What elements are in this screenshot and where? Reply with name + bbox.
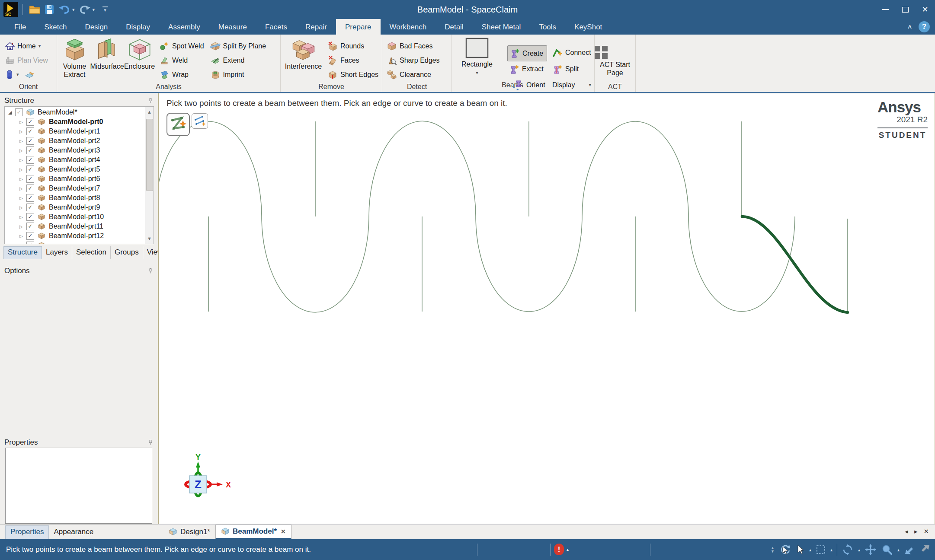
tree-item[interactable]: ▷ ✓ BeamModel-prt8 (5, 193, 145, 203)
close-button[interactable]: ✕ (915, 0, 935, 19)
box-select-dropdown-icon[interactable]: ▴ (830, 547, 833, 552)
visibility-checkbox[interactable]: ✓ (15, 108, 23, 116)
panel-tab[interactable]: Groups (111, 246, 143, 259)
document-tab[interactable]: Design1* ✕ (163, 525, 215, 539)
tree-item[interactable]: ▷ ✓ BeamModel-prt11 (5, 222, 145, 231)
extend-button[interactable]: Extend (210, 53, 266, 67)
minimize-button[interactable] (875, 0, 895, 19)
rotate-cursor-icon[interactable] (779, 544, 791, 556)
error-badge[interactable]: ! (554, 544, 564, 555)
ribbon-tab[interactable]: Tools (530, 19, 565, 35)
ribbon-tab[interactable]: Repair (296, 19, 336, 35)
error-dropdown-icon[interactable]: ▴ (567, 547, 569, 552)
tree-item[interactable]: ▷ ✓ BeamModel-prt0 (5, 117, 145, 127)
beam-chain-tool-button[interactable] (167, 113, 190, 136)
ribbon-tab[interactable]: KeyShot (565, 19, 611, 35)
expand-arrow-icon[interactable]: ▷ (19, 120, 26, 124)
zoom-dropdown-icon[interactable]: ▴ (897, 547, 900, 552)
beam-orient-button[interactable]: Orient (513, 78, 545, 92)
select-cursor-icon[interactable] (795, 544, 805, 555)
panel-tab[interactable]: Structure (3, 246, 42, 259)
maximize-button[interactable] (895, 0, 915, 19)
selected-beam-curve[interactable] (742, 216, 848, 312)
tree-item[interactable]: ▷ ✓ BeamModel-prt3 (5, 146, 145, 155)
weld-button[interactable]: Weld (159, 53, 204, 67)
enclosure-button[interactable]: Enclosure (123, 35, 156, 70)
ribbon-tab[interactable]: Sheet Metal (473, 19, 530, 35)
sharp-edges-button[interactable]: Sharp Edges (387, 53, 440, 67)
help-icon[interactable]: ? (919, 21, 930, 32)
beam-split-button[interactable]: Split (552, 62, 579, 76)
expand-arrow-icon[interactable]: ▷ (19, 205, 26, 210)
visibility-checkbox[interactable]: ✓ (26, 146, 34, 154)
volume-extract-button[interactable]: Volume Extract (58, 35, 91, 79)
visibility-checkbox[interactable]: ✓ (26, 156, 34, 164)
expand-arrow-icon[interactable]: ▷ (19, 129, 26, 134)
ribbon-tab[interactable]: File (5, 19, 35, 35)
beam-display-button[interactable]: Display ▾ (552, 78, 591, 92)
pin-icon[interactable] (147, 268, 154, 274)
document-tab[interactable]: BeamModel* ✕ (215, 525, 291, 539)
imprint-button[interactable]: Imprint (210, 67, 266, 82)
tree-item[interactable]: ▷ ✓ BeamModel-prt12 (5, 231, 145, 241)
beam-radius-lines[interactable] (208, 121, 848, 312)
ribbon-tab[interactable]: Display (117, 19, 159, 35)
midsurface-button[interactable]: Midsurface (91, 35, 123, 70)
ribbon-tab[interactable]: Sketch (35, 19, 76, 35)
display-dropdown-icon[interactable]: ▾ (589, 82, 591, 88)
tree-item-clipped[interactable]: ▷ ✓ (5, 241, 145, 244)
tree-item[interactable]: ▷ ✓ BeamModel-prt9 (5, 203, 145, 212)
spot-weld-button[interactable]: Spot Weld (159, 39, 204, 53)
panel-tab[interactable]: Layers (42, 246, 72, 259)
zoom-view-icon[interactable] (881, 544, 893, 556)
act-start-page-button[interactable]: ACT Start Page (595, 46, 635, 77)
visibility-checkbox[interactable]: ✓ (26, 175, 34, 183)
visibility-checkbox[interactable]: ✓ (26, 194, 34, 202)
panel-tab[interactable]: Selection (72, 246, 111, 259)
align-view-icon[interactable] (24, 70, 35, 80)
view-spinner-icon[interactable]: ▲▼ (771, 546, 775, 553)
tree-item[interactable]: ▷ ✓ BeamModel-prt4 (5, 155, 145, 165)
pin-icon[interactable] (147, 98, 154, 104)
expand-arrow-icon[interactable]: ▷ (19, 148, 26, 153)
close-tab-icon[interactable]: ✕ (281, 528, 286, 535)
tree-item[interactable]: ▷ ✓ BeamModel-prt2 (5, 136, 145, 146)
beam-model-drawing[interactable] (159, 93, 935, 524)
home-button[interactable]: Home▾ (5, 39, 57, 53)
next-tab-icon[interactable]: ▸ (914, 528, 918, 535)
next-view-icon[interactable] (919, 544, 931, 555)
scrollbar-thumb[interactable] (146, 119, 153, 191)
remove-faces-button[interactable]: Faces (327, 53, 378, 67)
visibility-checkbox[interactable]: ✓ (26, 118, 34, 126)
spin-dropdown-icon[interactable]: ▴ (858, 547, 860, 552)
bad-faces-button[interactable]: Bad Faces (387, 39, 440, 53)
ribbon-tab[interactable]: Facets (256, 19, 296, 35)
tree-item[interactable]: ▷ ✓ BeamModel-prt7 (5, 184, 145, 193)
expand-arrow-icon[interactable]: ▷ (19, 243, 26, 245)
beam-curves[interactable] (159, 121, 795, 312)
visibility-checkbox[interactable]: ✓ (26, 223, 34, 230)
visibility-checkbox[interactable]: ✓ (26, 232, 34, 240)
tree-item[interactable]: ▷ ✓ BeamModel-prt1 (5, 127, 145, 136)
expand-arrow-icon[interactable]: ▷ (19, 224, 26, 229)
tree-scrollbar[interactable]: ▲ ▼ (145, 107, 154, 244)
expand-arrow-icon[interactable]: ▷ (19, 167, 26, 172)
expand-arrow-icon[interactable]: ▷ (19, 234, 26, 239)
spin-body-icon[interactable] (5, 70, 14, 80)
model-canvas[interactable]: Pick two points to create a beam between… (158, 93, 935, 524)
beam-connect-button[interactable]: Connect (552, 45, 591, 60)
ribbon-tab[interactable]: Prepare (336, 19, 380, 35)
split-by-plane-button[interactable]: Split By Plane (210, 39, 266, 53)
visibility-checkbox[interactable]: ✓ (26, 242, 34, 244)
tree-item[interactable]: ▷ ✓ BeamModel-prt6 (5, 174, 145, 184)
close-document-icon[interactable]: ✕ (923, 528, 929, 535)
pan-view-icon[interactable] (865, 544, 877, 556)
expand-arrow-icon[interactable]: ▷ (19, 215, 26, 220)
spin-view-icon[interactable] (842, 544, 854, 556)
spin-body-dropdown-icon[interactable]: ▾ (16, 72, 19, 77)
clearance-button[interactable]: Clearance (387, 67, 440, 82)
beam-extract-button[interactable]: Extract (509, 62, 544, 76)
expand-arrow-icon[interactable]: ▷ (19, 196, 26, 200)
ribbon-tab[interactable]: Workbench (381, 19, 436, 35)
scroll-down-icon[interactable]: ▼ (145, 233, 154, 244)
